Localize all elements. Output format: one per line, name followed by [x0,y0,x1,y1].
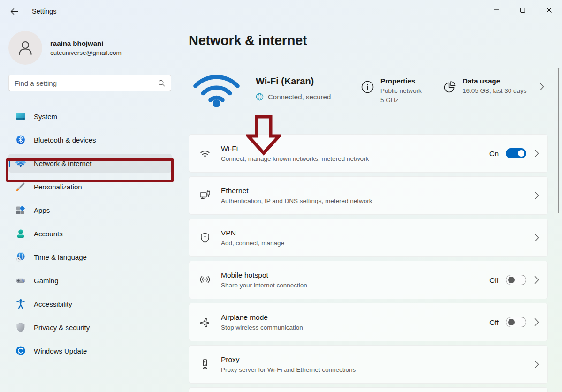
proxy-icon [199,358,212,370]
sidebar-item-label: Time & language [34,253,87,261]
accounts-icon [15,228,26,239]
apps-icon [15,204,26,216]
wifi-toggle[interactable] [506,148,526,158]
search-box [8,75,172,91]
sidebar-item-label: Bluetooth & devices [34,136,96,144]
sidebar-item-network-internet[interactable]: Network & internet [8,154,172,173]
airplane-toggle-label: Off [489,318,499,326]
sidebar-item-system[interactable]: System [8,107,172,126]
close-button[interactable] [536,0,562,20]
search-input[interactable] [8,75,171,91]
window-title: Settings [32,8,56,15]
network-icon [15,158,26,169]
bluetooth-icon [15,134,26,145]
sidebar-item-apps[interactable]: Apps [8,201,172,219]
titlebar: Settings [0,0,562,23]
hotspot-toggle[interactable] [506,275,526,285]
privacy-security-icon [15,322,26,333]
connection-status: Connected, secured [268,93,331,101]
row-subtitle: Authentication, IP and DNS settings, met… [221,197,534,204]
user-name: raaina bhojwani [50,39,122,47]
network-status-hero: Wi-Fi (Karan) Connected, secured Propert… [189,66,548,113]
sidebar-item-bluetooth[interactable]: Bluetooth & devices [8,130,172,149]
settings-row-mobile-hotspot[interactable]: Mobile hotspot Share your internet conne… [189,261,548,299]
maximize-icon [520,8,525,13]
avatar [8,31,42,65]
row-subtitle: Stop wireless communication [221,324,489,331]
row-title: Wi-Fi [221,144,489,153]
selected-indicator [9,159,10,167]
chevron-right-icon [534,276,539,284]
sidebar-item-label: Privacy & security [34,324,90,332]
toggle-knob [508,319,515,325]
airplane-icon [199,316,212,328]
sidebar-item-label: Windows Update [34,347,87,355]
settings-row-wifi[interactable]: Wi-Fi Connect, manage known networks, me… [189,134,548,173]
airplane-toggle[interactable] [506,317,526,327]
row-title: Airplane mode [221,313,489,322]
sidebar-item-label: Accessibility [34,300,72,308]
wifi-icon [199,147,212,159]
sidebar-item-label: Apps [34,206,50,214]
sidebar-item-gaming[interactable]: Gaming [8,271,172,290]
settings-row-partial[interactable] [189,387,548,392]
row-subtitle: Connect, manage known networks, metered … [221,155,489,162]
sidebar-item-label: Network & internet [34,159,91,167]
search-icon [158,80,165,87]
personalization-icon [15,181,26,192]
window-controls [483,0,562,20]
page-title: Network & internet [189,33,307,48]
sidebar-item-privacy-security[interactable]: Privacy & security [8,318,172,337]
chevron-right-icon [534,191,539,200]
settings-row-airplane-mode[interactable]: Airplane mode Stop wireless communicatio… [189,303,548,341]
minimize-button[interactable] [483,0,509,20]
minimize-icon [494,9,499,10]
hotspot-icon [199,274,212,286]
wifi-large-icon [190,67,243,109]
properties-network-type: Public network [380,87,422,94]
sidebar-item-accessibility[interactable]: Accessibility [8,294,172,313]
user-profile[interactable]: raaina bhojwani cuteuniverse@gmail.com [8,31,172,65]
accessibility-icon [15,298,26,309]
settings-row-ethernet[interactable]: Ethernet Authentication, IP and DNS sett… [189,176,548,215]
chevron-right-icon [534,360,539,369]
row-title: Ethernet [221,187,534,195]
sidebar-item-accounts[interactable]: Accounts [8,224,172,243]
windows-update-icon [15,345,26,356]
settings-row-proxy[interactable]: Proxy Proxy server for Wi-Fi and Etherne… [189,345,548,384]
properties-title: Properties [380,77,422,85]
back-arrow-icon [10,8,18,15]
wifi-toggle-label: On [489,150,499,158]
sidebar-item-label: System [34,113,57,121]
data-usage-block[interactable]: Data usage 16.05 GB, last 30 days [443,77,527,94]
chevron-right-icon [534,318,539,326]
vpn-shield-icon [199,232,212,244]
row-title: Mobile hotspot [221,271,489,279]
info-icon [361,81,374,104]
properties-band: 5 GHz [380,97,422,104]
settings-row-vpn[interactable]: VPN Add, connect, manage [189,219,548,257]
hotspot-toggle-label: Off [489,276,499,284]
sidebar: raaina bhojwani cuteuniverse@gmail.com S… [0,23,180,365]
maximize-button[interactable] [509,0,536,20]
row-title: Proxy [221,355,534,364]
person-icon [15,38,35,58]
sidebar-item-time-language[interactable]: Time & language [8,248,172,266]
data-usage-detail: 16.05 GB, last 30 days [463,87,527,94]
sidebar-item-personalization[interactable]: Personalization [8,177,172,196]
sidebar-item-label: Personalization [34,183,82,191]
back-button[interactable] [5,3,23,19]
pie-chart-icon [443,81,456,94]
scrollbar-thumb[interactable] [558,68,559,213]
properties-block[interactable]: Properties Public network 5 GHz [361,77,422,104]
sidebar-nav: System Bluetooth & devices Network & int… [8,107,172,360]
network-name: Wi-Fi (Karan) [256,76,331,87]
row-subtitle: Proxy server for Wi-Fi and Ethernet conn… [221,366,534,373]
gaming-icon [15,275,26,286]
sidebar-item-label: Gaming [34,277,59,285]
settings-list: Wi-Fi Connect, manage known networks, me… [189,134,548,392]
toggle-knob [508,277,515,283]
sidebar-item-windows-update[interactable]: Windows Update [8,341,172,360]
chevron-right-icon[interactable] [539,83,544,91]
system-icon [15,111,26,122]
